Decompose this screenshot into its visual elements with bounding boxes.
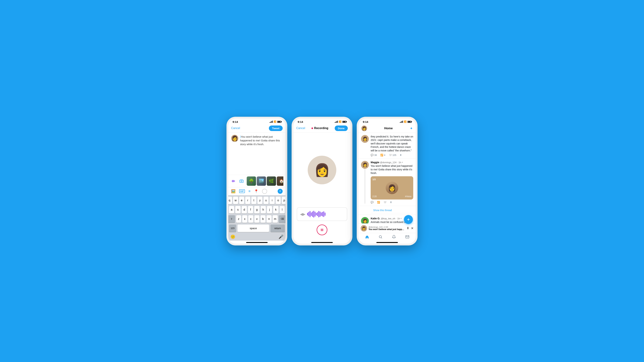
key-r[interactable]: r (245, 197, 250, 204)
wbar-6 (314, 211, 314, 218)
home-avatar[interactable]: 👩 (361, 125, 367, 131)
key-return[interactable]: return (270, 225, 285, 232)
key-g[interactable]: g (254, 206, 260, 213)
keyboard-bottom: 🙂 🎤 (229, 234, 285, 240)
compose-fab[interactable] (404, 215, 413, 224)
key-n[interactable]: n (266, 215, 272, 223)
home-indicator-2 (311, 242, 333, 243)
key-space[interactable]: space (238, 225, 269, 232)
key-s[interactable]: s (235, 206, 240, 213)
cancel-button-1[interactable]: Cancel (231, 127, 240, 130)
home-title: Home (384, 127, 393, 130)
wbar-10 (318, 211, 319, 217)
voice-card[interactable]: 1/3 👩 2:20 #Voice (371, 176, 413, 200)
key-q[interactable]: q (228, 197, 232, 204)
location-icon[interactable]: 📍 (254, 189, 258, 193)
tweet2-like[interactable]: 🤍 (384, 201, 386, 204)
key-h[interactable]: h (261, 206, 266, 213)
photo-thumb-2[interactable]: 🏙️ (257, 176, 266, 186)
list-icon[interactable]: ≡ (248, 189, 250, 193)
show-thread-container: Show this thread (358, 206, 416, 215)
camera-icon[interactable] (239, 178, 245, 184)
image-icon[interactable]: 🖼️ (231, 189, 236, 193)
gif-icon[interactable]: GIF (239, 189, 245, 193)
svg-rect-9 (322, 229, 323, 231)
key-d[interactable]: d (242, 206, 247, 213)
key-z[interactable]: z (236, 215, 241, 223)
tweet1-share[interactable]: ⬆ (400, 154, 402, 156)
audio-player-avatar: 👩 (361, 225, 367, 232)
signal-bars-1 (270, 121, 273, 123)
photo-thumb-3[interactable]: 🌿 (267, 176, 276, 186)
recording-avatar: 👩 (308, 156, 336, 184)
add-button[interactable]: + (278, 189, 283, 194)
tweet1-retweets[interactable]: 🔁 4 (380, 154, 385, 156)
media-toolbar: 🌳 🏙️ 🌿 🏠 (228, 175, 286, 187)
key-a[interactable]: a (229, 206, 234, 213)
key-k[interactable]: k (273, 206, 278, 213)
key-v[interactable]: v (254, 215, 260, 223)
phone1-screen: 9:14 📶 Cancel Tweet (228, 118, 286, 244)
tweet2-reply[interactable]: 💬 (371, 201, 374, 204)
tweet1-likes[interactable]: 🤍 105 (389, 154, 396, 156)
nav-notifications[interactable] (392, 235, 396, 239)
voice-icon[interactable] (230, 178, 236, 184)
signal-bar-2 (270, 122, 271, 123)
status-icons-3: 📶 (400, 120, 412, 123)
tweet4-avatar[interactable]: 👩 (361, 217, 369, 223)
tweet2-avatar[interactable]: 👩 (361, 161, 369, 169)
svg-rect-5 (234, 181, 235, 182)
dictation-icon[interactable]: 🎤 (278, 235, 283, 239)
cancel-button-2[interactable]: Cancel (296, 127, 305, 130)
key-w[interactable]: w (233, 197, 238, 204)
status-time-3: 9:14 (363, 120, 368, 123)
tweet4-chevron[interactable]: ▾ (400, 217, 402, 220)
key-l[interactable]: l (280, 206, 285, 213)
nav-search[interactable] (378, 235, 382, 239)
key-b[interactable]: b (260, 215, 266, 223)
key-u[interactable]: u (264, 197, 268, 204)
key-shift[interactable]: ⇧ (228, 215, 235, 223)
tweet-input[interactable]: You won't believe what just happened to … (240, 135, 283, 173)
tweet1-rt-count: 4 (384, 154, 385, 156)
emoji-icon[interactable]: 🙂 (230, 235, 235, 239)
nav-home[interactable] (365, 235, 369, 239)
nav-messages[interactable] (405, 235, 409, 239)
key-y[interactable]: y (258, 197, 262, 204)
key-numbers[interactable]: 123 (229, 225, 236, 232)
photo-thumb-4[interactable]: 🏠 (277, 176, 283, 186)
key-t[interactable]: t (251, 197, 256, 204)
status-bar-3: 9:14 📶 (358, 118, 416, 124)
show-thread-btn[interactable]: Show this thread (371, 207, 413, 213)
key-p[interactable]: p (282, 197, 286, 204)
like-icon-2: 🤍 (384, 201, 386, 204)
tweet1-avatar[interactable]: 👩 (361, 135, 369, 143)
audio-pause-button[interactable]: ⏸ (406, 226, 410, 230)
tweet1-replies[interactable]: 💬 38 (371, 154, 377, 156)
tweet2-chevron[interactable]: ▾ (402, 161, 403, 164)
feed[interactable]: 👩 they predicted it. So here's my take o… (358, 133, 416, 223)
photo-thumb-1[interactable]: 🌳 (247, 176, 256, 186)
tweet2-rt[interactable]: 🔁 (377, 201, 380, 204)
key-x[interactable]: x (242, 215, 247, 223)
tweet1-actions: 💬 38 🔁 4 🤍 105 (371, 154, 413, 156)
key-delete[interactable]: ⌫ (279, 215, 286, 223)
key-j[interactable]: j (267, 206, 272, 213)
key-f[interactable]: f (248, 206, 253, 213)
key-i[interactable]: i (270, 197, 274, 204)
key-o[interactable]: o (276, 197, 281, 204)
wbar-7 (315, 212, 316, 217)
tweet2-share[interactable]: ⬆ (390, 201, 392, 204)
key-c[interactable]: c (248, 215, 253, 223)
recording-label: Recording (314, 127, 328, 130)
tweet2-time: · (397, 161, 398, 164)
sparkle-icon[interactable]: ✦ (410, 126, 413, 130)
tweet-button[interactable]: Tweet (269, 125, 283, 131)
done-button[interactable]: Done (335, 125, 348, 131)
key-e[interactable]: e (239, 197, 244, 204)
audio-close-button[interactable]: ✕ (411, 226, 414, 230)
key-m[interactable]: m (273, 215, 278, 223)
signal-bar-3 (271, 121, 272, 123)
svg-point-7 (241, 180, 242, 182)
pause-button[interactable] (317, 225, 327, 235)
